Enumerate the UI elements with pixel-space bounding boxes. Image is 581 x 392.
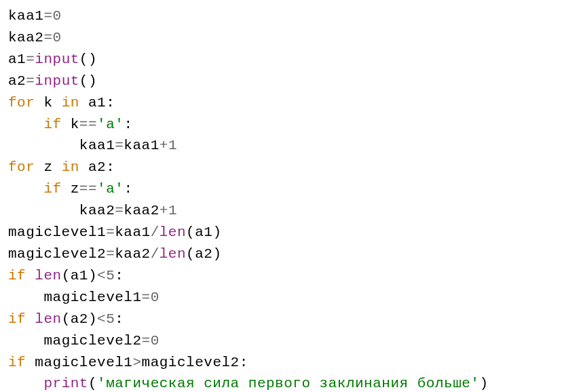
code-line-17: if magiclevel1>magiclevel2: [8, 352, 573, 374]
tok-num: 1 [168, 138, 177, 153]
tok-op: = [43, 8, 52, 24]
tok-num: 0 [53, 30, 62, 45]
tok-var: z [71, 181, 79, 197]
tok-var: magiclevel2 [142, 355, 240, 370]
tok-indent [8, 333, 43, 349]
tok-paren: ) [479, 376, 488, 391]
tok-func: len [160, 246, 186, 262]
tok-sp [79, 159, 88, 175]
code-line-12: magiclevel2=kaa2/len(a2) [8, 243, 573, 265]
tok-var: magiclevel1 [8, 224, 106, 240]
tok-indent [8, 376, 43, 391]
tok-func: print [43, 376, 88, 391]
tok-func: len [35, 268, 61, 283]
tok-sp [53, 159, 62, 175]
tok-sp [26, 311, 35, 327]
code-line-14: magiclevel1=0 [8, 287, 573, 309]
tok-op: = [115, 203, 124, 218]
tok-indent [8, 181, 43, 197]
tok-func: input [35, 52, 79, 67]
tok-sp [26, 268, 35, 283]
tok-func: input [35, 73, 79, 89]
tok-op: / [151, 224, 160, 240]
code-line-7: kaa1=kaa1+1 [8, 135, 573, 157]
tok-var: a1 [88, 95, 106, 111]
tok-sp [62, 181, 71, 197]
tok-paren: ( [186, 224, 195, 240]
tok-op: = [106, 246, 115, 262]
tok-var: a1 [8, 52, 26, 67]
code-line-8: for z in a2: [8, 157, 573, 178]
tok-var: a1 [71, 268, 88, 283]
tok-op: > [132, 355, 141, 370]
tok-op: + [160, 203, 168, 218]
tok-kw: for [8, 95, 35, 111]
tok-var: magiclevel2 [8, 246, 106, 262]
tok-op: = [115, 138, 124, 153]
tok-str: 'a' [97, 117, 124, 132]
tok-num: 5 [106, 311, 115, 327]
tok-colon: : [124, 181, 132, 197]
tok-sp [26, 355, 35, 370]
tok-var: k [71, 117, 79, 132]
code-line-6: if k=='a': [8, 114, 573, 136]
tok-var: kaa2 [115, 246, 150, 262]
tok-func: len [160, 224, 186, 240]
code-line-11: magiclevel1=kaa1/len(a1) [8, 222, 573, 243]
tok-kw: if [8, 355, 26, 370]
tok-paren: ) [88, 52, 97, 67]
tok-paren: ( [88, 376, 97, 391]
tok-var: magiclevel2 [43, 333, 141, 349]
tok-paren: ( [79, 73, 88, 89]
tok-var: a2 [8, 73, 26, 89]
tok-op: = [142, 333, 151, 349]
tok-colon: : [106, 95, 115, 111]
tok-var: kaa1 [124, 138, 159, 153]
tok-kw: if [8, 268, 26, 283]
tok-num: 1 [168, 203, 177, 218]
tok-colon: : [124, 117, 132, 132]
tok-sp [53, 95, 62, 111]
tok-num: 0 [151, 290, 160, 305]
tok-func: len [35, 311, 61, 327]
tok-op: + [160, 138, 168, 153]
tok-var: k [43, 95, 52, 111]
tok-sp [35, 95, 43, 111]
tok-paren: ( [62, 268, 71, 283]
tok-var: magiclevel1 [35, 355, 132, 370]
tok-indent [8, 203, 79, 218]
tok-op: < [97, 268, 106, 283]
code-block: kaa1=0 kaa2=0 a1=input() a2=input() for … [8, 5, 573, 392]
tok-num: 0 [53, 8, 62, 24]
tok-sp [35, 159, 43, 175]
tok-paren: ) [88, 73, 97, 89]
tok-var: magiclevel1 [43, 290, 141, 305]
tok-kw: if [43, 117, 61, 132]
tok-op: = [142, 290, 151, 305]
tok-op: == [79, 181, 97, 197]
code-line-2: kaa2=0 [8, 27, 573, 49]
tok-sp [62, 117, 71, 132]
tok-var: kaa1 [8, 8, 43, 24]
tok-var: a1 [195, 224, 212, 240]
tok-str: 'a' [97, 181, 124, 197]
tok-op: == [79, 117, 97, 132]
code-line-18: print('магическая сила первого заклинани… [8, 373, 573, 392]
code-line-5: for k in a1: [8, 92, 573, 114]
tok-var: kaa1 [115, 224, 150, 240]
tok-kw: if [8, 311, 26, 327]
tok-var: kaa2 [79, 203, 115, 218]
tok-paren: ) [212, 224, 221, 240]
tok-num: 0 [151, 333, 160, 349]
tok-kw: in [62, 159, 79, 175]
tok-op: / [151, 246, 160, 262]
code-line-3: a1=input() [8, 49, 573, 71]
tok-var: kaa2 [124, 203, 159, 218]
tok-var: a2 [195, 246, 212, 262]
code-line-9: if z=='a': [8, 178, 573, 200]
tok-op: = [43, 30, 52, 45]
code-line-16: magiclevel2=0 [8, 330, 573, 352]
tok-op: < [97, 311, 106, 327]
tok-op: = [26, 73, 35, 89]
tok-paren: ) [88, 311, 97, 327]
